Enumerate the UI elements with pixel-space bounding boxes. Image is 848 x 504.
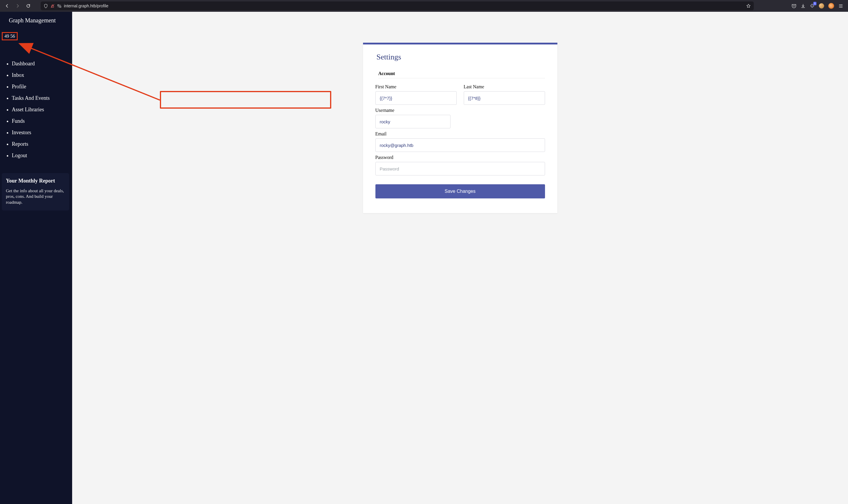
downloads-icon[interactable]	[800, 3, 806, 8]
label-last-name: Last Name	[464, 84, 545, 90]
promo-title: Your Monthly Report	[6, 178, 65, 184]
label-first-name: First Name	[375, 84, 457, 90]
pocket-icon[interactable]	[792, 3, 796, 8]
label-username: Username	[375, 108, 545, 113]
section-account-title: Account	[378, 71, 545, 78]
last-name-field[interactable]	[464, 91, 545, 105]
url-text: internal.graph.htb/profile	[64, 3, 744, 8]
settings-card: Settings Account First Name Last Name	[363, 43, 557, 213]
address-bar[interactable]: internal.graph.htb/profile	[41, 1, 754, 10]
ssti-result-output: 49 56	[2, 32, 18, 40]
sidebar-item-profile[interactable]: Profile	[12, 81, 72, 92]
toolbar-right: 5	[792, 3, 845, 9]
hamburger-menu-icon[interactable]	[838, 3, 843, 8]
arrow-right-icon	[15, 3, 20, 8]
sidebar-item-dashboard[interactable]: Dashboard	[12, 58, 72, 70]
browser-toolbar: internal.graph.htb/profile 5	[0, 0, 848, 12]
password-field[interactable]	[375, 162, 545, 176]
label-password: Password	[375, 155, 545, 160]
sidebar-item-tasks-events[interactable]: Tasks And Events	[12, 92, 72, 104]
arrow-left-icon	[5, 3, 10, 8]
label-email: Email	[375, 131, 545, 137]
lock-insecure-icon	[50, 4, 55, 8]
forward-button[interactable]	[14, 2, 22, 10]
brand-title: Graph Management	[0, 17, 72, 28]
back-button[interactable]	[3, 2, 11, 10]
svg-rect-3	[59, 6, 61, 7]
sidebar-nav: Dashboard Inbox Profile Tasks And Events…	[0, 58, 72, 161]
profile-extension-icon[interactable]	[828, 3, 834, 9]
promo-body: Get the info about all your deals, pros,…	[6, 188, 65, 205]
sidebar-item-reports[interactable]: Reports	[12, 138, 72, 150]
save-changes-button[interactable]: Save Changes	[375, 184, 545, 198]
sidebar: Graph Management 49 56 Dashboard Inbox P…	[0, 12, 72, 504]
extensions-icon[interactable]: 5	[810, 3, 815, 8]
cookie-extension-icon[interactable]	[819, 3, 824, 8]
svg-rect-2	[58, 4, 59, 5]
permissions-icon	[57, 4, 61, 8]
reload-icon	[26, 3, 31, 8]
settings-heading: Settings	[377, 53, 545, 61]
sidebar-item-asset-libraries[interactable]: Asset Libraries	[12, 104, 72, 115]
shield-icon	[43, 4, 48, 8]
sidebar-item-investors[interactable]: Investors	[12, 127, 72, 138]
email-field[interactable]	[375, 138, 545, 152]
sidebar-item-logout[interactable]: Logout	[12, 150, 72, 161]
extension-badge-count: 5	[813, 2, 816, 5]
settings-form: First Name Last Name Username Email	[375, 81, 545, 198]
main-content: Settings Account First Name Last Name	[72, 12, 848, 504]
bookmark-star-icon[interactable]	[746, 3, 751, 8]
sidebar-promo-card: Your Monthly Report Get the info about a…	[2, 173, 69, 211]
first-name-field[interactable]	[375, 91, 457, 105]
sidebar-item-funds[interactable]: Funds	[12, 115, 72, 127]
username-field[interactable]	[375, 115, 451, 128]
reload-button[interactable]	[24, 2, 32, 10]
sidebar-item-inbox[interactable]: Inbox	[12, 70, 72, 81]
